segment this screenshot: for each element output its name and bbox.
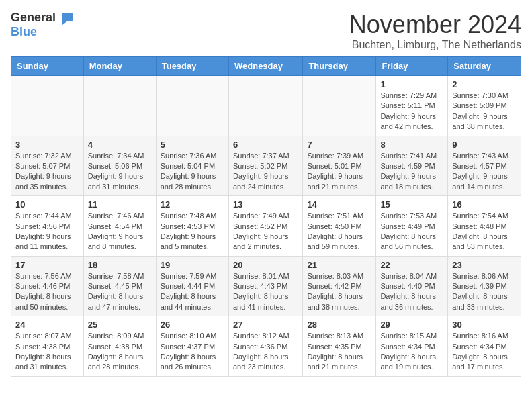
calendar-header-monday: Monday [83,57,156,76]
logo: General Blue [11,11,73,39]
calendar-cell: 18Sunrise: 7:58 AM Sunset: 4:45 PM Dayli… [83,256,156,316]
calendar-cell: 15Sunrise: 7:53 AM Sunset: 4:49 PM Dayli… [376,196,448,257]
day-info: Sunrise: 8:01 AM Sunset: 4:43 PM Dayligh… [233,271,298,313]
calendar-cell: 14Sunrise: 7:51 AM Sunset: 4:50 PM Dayli… [303,196,376,257]
day-number: 3 [15,140,79,150]
calendar-cell [156,76,228,136]
day-number: 10 [15,199,79,210]
calendar-cell: 1Sunrise: 7:29 AM Sunset: 5:11 PM Daylig… [376,76,448,136]
day-info: Sunrise: 7:37 AM Sunset: 5:02 PM Dayligh… [233,151,298,193]
calendar-cell [228,76,302,136]
day-info: Sunrise: 7:29 AM Sunset: 5:11 PM Dayligh… [380,91,443,132]
calendar-header-saturday: Saturday [448,57,521,76]
calendar-week-row: 10Sunrise: 7:44 AM Sunset: 4:56 PM Dayli… [11,196,521,257]
day-info: Sunrise: 7:36 AM Sunset: 5:04 PM Dayligh… [161,151,224,193]
day-info: Sunrise: 7:49 AM Sunset: 4:52 PM Dayligh… [233,211,298,253]
day-number: 17 [15,260,79,270]
day-info: Sunrise: 7:41 AM Sunset: 4:59 PM Dayligh… [380,151,443,193]
calendar-cell [11,76,84,136]
calendar-cell: 24Sunrise: 8:07 AM Sunset: 4:38 PM Dayli… [11,316,84,377]
day-number: 12 [161,199,224,210]
title-block: November 2024 Buchten, Limburg, The Neth… [349,11,521,51]
calendar-cell [83,76,156,136]
day-info: Sunrise: 7:56 AM Sunset: 4:46 PM Dayligh… [15,271,79,313]
calendar-week-row: 17Sunrise: 7:56 AM Sunset: 4:46 PM Dayli… [11,256,521,316]
calendar: SundayMondayTuesdayWednesdayThursdayFrid… [11,56,521,377]
logo-blue-text: Blue [11,25,37,39]
calendar-cell: 29Sunrise: 8:15 AM Sunset: 4:34 PM Dayli… [376,316,448,377]
calendar-cell [303,76,376,136]
calendar-header-tuesday: Tuesday [156,57,228,76]
calendar-header-row: SundayMondayTuesdayWednesdayThursdayFrid… [11,57,521,76]
day-info: Sunrise: 8:04 AM Sunset: 4:40 PM Dayligh… [380,271,443,313]
day-info: Sunrise: 7:44 AM Sunset: 4:56 PM Dayligh… [15,211,79,253]
header: General Blue November 2024 Buchten, Limb… [11,11,521,51]
day-info: Sunrise: 7:46 AM Sunset: 4:54 PM Dayligh… [88,211,152,253]
logo-general-text: General [11,11,56,25]
day-number: 27 [233,320,298,330]
calendar-cell: 30Sunrise: 8:16 AM Sunset: 4:34 PM Dayli… [448,316,521,377]
calendar-cell: 12Sunrise: 7:48 AM Sunset: 4:53 PM Dayli… [156,196,228,257]
day-info: Sunrise: 8:15 AM Sunset: 4:34 PM Dayligh… [380,331,443,373]
page: General Blue November 2024 Buchten, Limb… [0,0,532,387]
day-info: Sunrise: 7:43 AM Sunset: 4:57 PM Dayligh… [452,151,517,193]
calendar-cell: 20Sunrise: 8:01 AM Sunset: 4:43 PM Dayli… [228,256,302,316]
calendar-cell: 11Sunrise: 7:46 AM Sunset: 4:54 PM Dayli… [83,196,156,257]
calendar-cell: 28Sunrise: 8:13 AM Sunset: 4:35 PM Dayli… [303,316,376,377]
day-number: 26 [161,320,224,330]
day-info: Sunrise: 7:30 AM Sunset: 5:09 PM Dayligh… [452,91,517,132]
day-info: Sunrise: 7:51 AM Sunset: 4:50 PM Dayligh… [307,211,371,253]
calendar-cell: 6Sunrise: 7:37 AM Sunset: 5:02 PM Daylig… [228,136,302,196]
day-number: 2 [452,79,517,89]
calendar-cell: 21Sunrise: 8:03 AM Sunset: 4:42 PM Dayli… [303,256,376,316]
calendar-cell: 5Sunrise: 7:36 AM Sunset: 5:04 PM Daylig… [156,136,228,196]
day-number: 18 [88,260,152,270]
day-number: 25 [88,320,152,330]
day-number: 8 [380,140,443,150]
day-info: Sunrise: 7:39 AM Sunset: 5:01 PM Dayligh… [307,151,371,193]
calendar-header-friday: Friday [376,57,448,76]
day-info: Sunrise: 7:59 AM Sunset: 4:44 PM Dayligh… [161,271,224,313]
calendar-cell: 16Sunrise: 7:54 AM Sunset: 4:48 PM Dayli… [448,196,521,257]
calendar-cell: 17Sunrise: 7:56 AM Sunset: 4:46 PM Dayli… [11,256,84,316]
day-number: 30 [452,320,517,330]
svg-marker-0 [62,13,73,25]
calendar-cell: 19Sunrise: 7:59 AM Sunset: 4:44 PM Dayli… [156,256,228,316]
day-info: Sunrise: 8:07 AM Sunset: 4:38 PM Dayligh… [15,331,79,373]
day-number: 9 [452,140,517,150]
logo-text: General [11,11,73,25]
day-number: 1 [380,79,443,89]
day-number: 19 [161,260,224,270]
calendar-cell: 13Sunrise: 7:49 AM Sunset: 4:52 PM Dayli… [228,196,302,257]
day-number: 29 [380,320,443,330]
day-info: Sunrise: 8:10 AM Sunset: 4:37 PM Dayligh… [161,331,224,373]
day-number: 6 [233,140,298,150]
day-info: Sunrise: 8:09 AM Sunset: 4:38 PM Dayligh… [88,331,152,373]
calendar-cell: 8Sunrise: 7:41 AM Sunset: 4:59 PM Daylig… [376,136,448,196]
day-number: 13 [233,199,298,210]
logo-icon [57,11,73,25]
day-info: Sunrise: 7:53 AM Sunset: 4:49 PM Dayligh… [380,211,443,253]
calendar-cell: 22Sunrise: 8:04 AM Sunset: 4:40 PM Dayli… [376,256,448,316]
day-number: 14 [307,199,371,210]
calendar-cell: 25Sunrise: 8:09 AM Sunset: 4:38 PM Dayli… [83,316,156,377]
day-number: 24 [15,320,79,330]
day-info: Sunrise: 7:34 AM Sunset: 5:06 PM Dayligh… [88,151,152,193]
day-number: 23 [452,260,517,270]
day-info: Sunrise: 7:32 AM Sunset: 5:07 PM Dayligh… [15,151,79,193]
calendar-cell: 7Sunrise: 7:39 AM Sunset: 5:01 PM Daylig… [303,136,376,196]
day-info: Sunrise: 7:54 AM Sunset: 4:48 PM Dayligh… [452,211,517,253]
day-number: 4 [88,140,152,150]
day-number: 22 [380,260,443,270]
calendar-week-row: 24Sunrise: 8:07 AM Sunset: 4:38 PM Dayli… [11,316,521,377]
day-number: 16 [452,199,517,210]
calendar-cell: 23Sunrise: 8:06 AM Sunset: 4:39 PM Dayli… [448,256,521,316]
day-info: Sunrise: 8:16 AM Sunset: 4:34 PM Dayligh… [452,331,517,373]
calendar-cell: 4Sunrise: 7:34 AM Sunset: 5:06 PM Daylig… [83,136,156,196]
calendar-header-sunday: Sunday [11,57,84,76]
calendar-cell: 26Sunrise: 8:10 AM Sunset: 4:37 PM Dayli… [156,316,228,377]
day-number: 21 [307,260,371,270]
calendar-cell: 27Sunrise: 8:12 AM Sunset: 4:36 PM Dayli… [228,316,302,377]
day-info: Sunrise: 7:48 AM Sunset: 4:53 PM Dayligh… [161,211,224,253]
day-info: Sunrise: 8:06 AM Sunset: 4:39 PM Dayligh… [452,271,517,313]
